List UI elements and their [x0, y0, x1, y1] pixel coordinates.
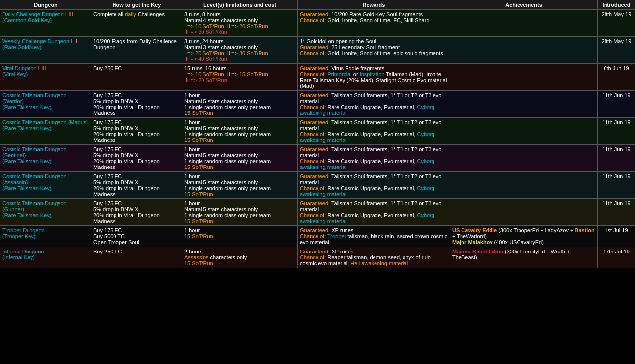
rewards-viral: Guaranteed: Virus Eddie fragments Chance…: [298, 64, 450, 91]
level-cost-cosmic-sentinel: 1 hourNatural 5 stars characters only1 s…: [182, 145, 298, 172]
introduced-weekly: 28th May 19: [598, 37, 635, 64]
rewards-weekly: 1* GoldIdol on opening the Soul Guarante…: [298, 37, 450, 64]
dungeon-title: Weekly Challenge Dungeon I-III: [2, 38, 79, 44]
achievements-cosmic-magus: [450, 118, 598, 145]
introduced-trooper: 1st Jul 19: [598, 226, 635, 247]
level-cost-cosmic-assassin: 1 hourNatural 5 stars characters only1 s…: [182, 172, 298, 199]
dungeon-name-infernal: Infernal Dungeon (Infernal Key): [0, 247, 91, 268]
dungeon-title: Viral Dungeon I-III: [2, 65, 46, 71]
table-row: Cosmic Talisman Dungeon (Sentinel) (Rare…: [0, 145, 635, 172]
introduced-daily: 28th May 19: [598, 10, 635, 37]
table-row: Daily Challenge Dungeon I-III (Common Go…: [0, 10, 635, 37]
dungeon-name-daily: Daily Challenge Dungeon I-III (Common Go…: [0, 10, 91, 37]
introduced-cosmic-gunner: 11th Jun 19: [598, 199, 635, 226]
dungeon-name-trooper: Trooper Dungeon (Trooper Key): [0, 226, 91, 247]
dungeon-key: (Viral Key): [2, 71, 28, 77]
how-to-get-cosmic-magus: Buy 175 FC5% drop in BNW X20% drop in Vi…: [91, 118, 182, 145]
header-dungeon: Dungeon: [0, 0, 91, 10]
table-row: Cosmic Talisman Dungeon (Assassin) (Rare…: [0, 172, 635, 199]
dungeon-key: (Rare Talisman Key): [2, 158, 51, 164]
dungeon-title: Daily Challenge Dungeon I-III: [2, 11, 73, 17]
achievements-cosmic-assassin: [450, 172, 598, 199]
table-row: Weekly Challenge Dungeon I-III (Rare Gol…: [0, 37, 635, 64]
achievements-cosmic-gunner: [450, 199, 598, 226]
how-to-get-cosmic-assassin: Buy 175 FC5% drop in BNW X20% drop in Vi…: [91, 172, 182, 199]
table-row: Cosmic Talisman Dungeon (Magus) (Rare Ta…: [0, 118, 635, 145]
dungeon-name-cosmic-warrior: Cosmic Talisman Dungeon (Warrior) (Rare …: [0, 91, 91, 118]
dungeon-title: Cosmic Talisman Dungeon (Sentinel): [2, 146, 67, 158]
level-cost-daily: 3 runs, 8 hours Natural 4 stars characte…: [182, 10, 298, 37]
how-to-get-cosmic-warrior: Buy 175 FC5% drop in BNW X20% drop in Vi…: [91, 91, 182, 118]
dungeon-title: Cosmic Talisman Dungeon (Gunner): [2, 200, 67, 212]
achievements-cosmic-warrior: [450, 91, 598, 118]
how-to-get-infernal: Buy 250 FC: [91, 247, 182, 268]
introduced-cosmic-sentinel: 11th Jun 19: [598, 145, 635, 172]
header-key: How to get the Key: [91, 0, 182, 10]
rewards-cosmic-sentinel: Guaranteed: Talisman Soul framents, 1* T…: [298, 145, 450, 172]
dungeon-title: Infernal Dungeon: [2, 249, 44, 254]
dungeon-key: (Rare Talisman Key): [2, 104, 51, 110]
level-cost-infernal: 2 hours Assassins characters only 15 SoT…: [182, 247, 298, 268]
rewards-daily: Guaranteed: 10/200 Rare Gold Key Soul fr…: [298, 10, 450, 37]
dungeon-key: (Infernal Key): [2, 254, 35, 260]
level-cost-viral: 15 runs, 16 hours I => 10 SoT/Run, II =>…: [182, 64, 298, 91]
dungeon-key: (Rare Talisman Key): [2, 185, 51, 191]
header-level: Level(s) limitations and cost: [182, 0, 298, 10]
dungeon-key: (Rare Gold Key): [2, 44, 41, 50]
how-to-get-trooper: Buy 175 FCBuy 5000 TCOpen Trooper Soul: [91, 226, 182, 247]
dungeon-key: (Trooper Key): [2, 233, 35, 239]
rewards-cosmic-assassin: Guaranteed: Talisman Soul framents, 1* T…: [298, 172, 450, 199]
achievements-daily: [450, 10, 598, 37]
how-to-get-daily: Complete all daily Challenges: [91, 10, 182, 37]
dungeon-name-cosmic-sentinel: Cosmic Talisman Dungeon (Sentinel) (Rare…: [0, 145, 91, 172]
dungeon-key: (Common Gold Key): [2, 17, 52, 23]
introduced-cosmic-warrior: 11th Jun 19: [598, 91, 635, 118]
rewards-trooper: Guaranteed: XP runes Chance of: Trooper …: [298, 226, 450, 247]
dungeon-name-cosmic-assassin: Cosmic Talisman Dungeon (Assassin) (Rare…: [0, 172, 91, 199]
achievements-infernal: Magma Beast Eddie (300x EternityEd + Wra…: [450, 247, 598, 268]
level-cost-cosmic-warrior: 1 hourNatural 5 stars characters only1 s…: [182, 91, 298, 118]
dungeon-name-viral: Viral Dungeon I-III (Viral Key): [0, 64, 91, 91]
rewards-cosmic-gunner: Guaranteed: Talisman Soul framents, 1* T…: [298, 199, 450, 226]
level-cost-trooper: 1 hour 15 SoT/Run: [182, 226, 298, 247]
achievements-trooper: US Cavalry Eddie (300x TrooperEd + LadyA…: [450, 226, 598, 247]
level-cost-weekly: 3 runs, 24 hours Natural 3 stars charact…: [182, 37, 298, 64]
introduced-cosmic-assassin: 11th Jun 19: [598, 172, 635, 199]
dungeons-table: Dungeon How to get the Key Level(s) limi…: [0, 0, 635, 268]
dungeon-key: (Rare Talisman Key): [2, 125, 51, 131]
table-row: Cosmic Talisman Dungeon (Warrior) (Rare …: [0, 91, 635, 118]
rewards-cosmic-magus: Guaranteed: Talisman Soul framents, 1* T…: [298, 118, 450, 145]
rewards-infernal: Guaranteed: XP runes Chance of: Reaper t…: [298, 247, 450, 268]
how-to-get-viral: Buy 250 FC: [91, 64, 182, 91]
dungeon-name-cosmic-magus: Cosmic Talisman Dungeon (Magus) (Rare Ta…: [0, 118, 91, 145]
achievements-cosmic-sentinel: [450, 145, 598, 172]
dungeon-title: Cosmic Talisman Dungeon (Assassin): [2, 173, 67, 185]
how-to-get-cosmic-sentinel: Buy 175 FC5% drop in BNW X20% drop in Vi…: [91, 145, 182, 172]
dungeon-key: (Rare Talisman Key): [2, 212, 51, 218]
dungeon-title: Trooper Dungeon: [2, 227, 45, 233]
dungeon-name-weekly: Weekly Challenge Dungeon I-III (Rare Gol…: [0, 37, 91, 64]
level-cost-cosmic-magus: 1 hourNatural 5 stars characters only1 s…: [182, 118, 298, 145]
dungeon-title: Cosmic Talisman Dungeon (Magus): [2, 119, 88, 125]
table-row: Viral Dungeon I-III (Viral Key) Buy 250 …: [0, 64, 635, 91]
introduced-viral: 6th Jun 19: [598, 64, 635, 91]
achievements-viral: [450, 64, 598, 91]
table-row: Trooper Dungeon (Trooper Key) Buy 175 FC…: [0, 226, 635, 247]
how-to-get-weekly: 10/200 Frags from Daily Challenge Dungeo…: [91, 37, 182, 64]
header-rewards: Rewards: [298, 0, 450, 10]
dungeon-name-cosmic-gunner: Cosmic Talisman Dungeon (Gunner) (Rare T…: [0, 199, 91, 226]
level-cost-cosmic-gunner: 1 hourNatural 5 stars characters only1 s…: [182, 199, 298, 226]
table-row: Cosmic Talisman Dungeon (Gunner) (Rare T…: [0, 199, 635, 226]
header-introduced: Introduced: [598, 0, 635, 10]
table-row: Infernal Dungeon (Infernal Key) Buy 250 …: [0, 247, 635, 268]
introduced-cosmic-magus: 11th Jun 19: [598, 118, 635, 145]
how-to-get-cosmic-gunner: Buy 175 FC5% drop in BNW X20% drop in Vi…: [91, 199, 182, 226]
rewards-cosmic-warrior: Guaranteed: Talisman Soul framents, 1* T…: [298, 91, 450, 118]
introduced-infernal: 17th Jul 19: [598, 247, 635, 268]
achievements-weekly: [450, 37, 598, 64]
dungeon-title: Cosmic Talisman Dungeon (Warrior): [2, 92, 67, 104]
header-achievements: Achievements: [450, 0, 598, 10]
